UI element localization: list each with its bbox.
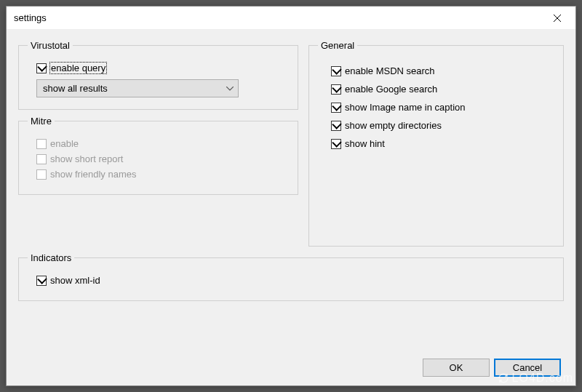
mitre-enable-checkbox <box>36 139 47 149</box>
msdn-row[interactable]: enable MSDN search <box>318 65 554 76</box>
mitre-group: Mitre enable show short report show frie… <box>18 116 298 195</box>
indicators-legend: Indicators <box>28 252 74 263</box>
mitre-friendly-names-label: show friendly names <box>50 169 137 180</box>
left-column: Virustotal enable query show all results… <box>18 40 298 247</box>
mitre-enable-row: enable <box>28 138 289 149</box>
results-dropdown-value: show all results <box>43 83 226 94</box>
empty-dirs-label: show empty directories <box>345 120 442 131</box>
content-area: Virustotal enable query show all results… <box>7 30 575 385</box>
mitre-friendly-names-row: show friendly names <box>28 169 289 180</box>
cancel-button[interactable]: Cancel <box>494 359 561 377</box>
general-group: General enable MSDN search enable Google… <box>308 40 564 247</box>
mitre-friendly-names-checkbox <box>36 169 47 180</box>
google-row[interactable]: enable Google search <box>318 84 554 95</box>
google-checkbox[interactable] <box>331 84 341 95</box>
virustotal-group: Virustotal enable query show all results <box>18 40 298 110</box>
hint-row[interactable]: show hint <box>318 138 554 149</box>
virustotal-legend: Virustotal <box>28 40 73 51</box>
msdn-label: enable MSDN search <box>345 65 435 76</box>
mitre-short-report-row: show short report <box>28 153 289 164</box>
empty-dirs-row[interactable]: show empty directories <box>318 120 554 131</box>
xml-id-label: show xml-id <box>50 275 100 286</box>
settings-window: settings Virustotal enable query show al… <box>6 6 576 386</box>
mitre-legend: Mitre <box>28 116 55 127</box>
mitre-short-report-label: show short report <box>50 153 123 164</box>
results-dropdown[interactable]: show all results <box>36 79 239 97</box>
titlebar: settings <box>7 7 575 30</box>
chevron-down-icon <box>226 87 234 91</box>
button-row: OK Cancel <box>18 351 564 380</box>
enable-query-row[interactable]: enable query <box>28 63 289 73</box>
image-caption-row[interactable]: show Image name in caption <box>318 102 554 113</box>
mitre-short-report-checkbox <box>36 154 47 164</box>
window-title: settings <box>14 12 541 23</box>
close-icon <box>554 15 561 22</box>
general-legend: General <box>318 40 357 51</box>
ok-button[interactable]: OK <box>423 359 490 377</box>
hint-label: show hint <box>345 138 385 149</box>
hint-checkbox[interactable] <box>331 139 341 149</box>
msdn-checkbox[interactable] <box>331 66 341 76</box>
google-label: enable Google search <box>345 84 437 95</box>
columns: Virustotal enable query show all results… <box>18 40 564 247</box>
xml-id-row[interactable]: show xml-id <box>28 275 554 286</box>
mitre-enable-label: enable <box>50 138 79 149</box>
empty-dirs-checkbox[interactable] <box>331 121 341 131</box>
right-column: General enable MSDN search enable Google… <box>308 40 564 247</box>
enable-query-checkbox[interactable] <box>36 63 47 73</box>
image-caption-label: show Image name in caption <box>345 102 465 113</box>
enable-query-label: enable query <box>50 63 106 73</box>
indicators-group: Indicators show xml-id <box>18 252 564 301</box>
image-caption-checkbox[interactable] <box>331 103 341 113</box>
close-button[interactable] <box>541 7 574 29</box>
xml-id-checkbox[interactable] <box>36 276 47 286</box>
